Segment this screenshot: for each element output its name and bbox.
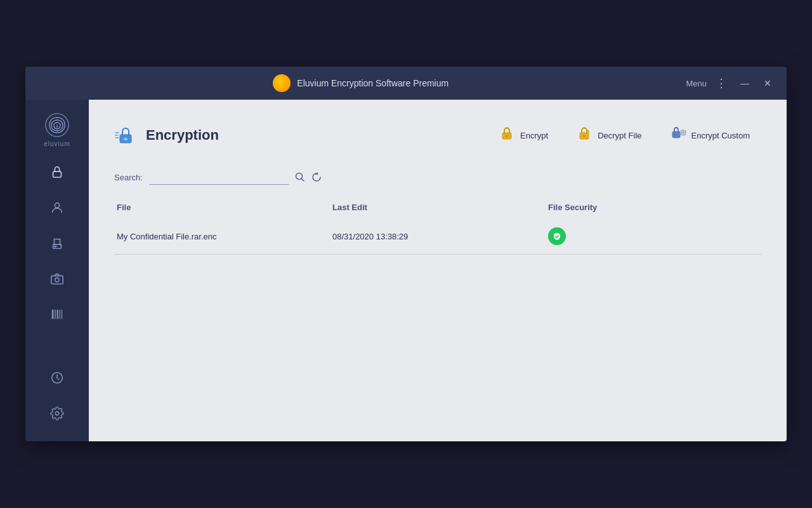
table-header: File Last Edit File Security <box>114 197 761 218</box>
print-icon <box>50 236 64 250</box>
search-label: Search: <box>114 173 143 182</box>
encrypt-custom-label: Encrypt Custom <box>691 131 750 140</box>
sidebar-item-settings[interactable] <box>25 396 89 431</box>
col-file: File <box>114 203 330 212</box>
svg-rect-12 <box>62 310 62 319</box>
decrypt-icon <box>576 125 593 145</box>
cell-file-security <box>546 227 761 245</box>
svg-rect-10 <box>57 310 58 319</box>
history-icon <box>50 371 64 385</box>
shield-check-icon <box>553 232 561 241</box>
svg-rect-16 <box>124 138 128 140</box>
svg-rect-9 <box>55 310 55 319</box>
sidebar-item-barcode[interactable] <box>25 297 89 332</box>
svg-rect-8 <box>52 310 54 319</box>
sidebar-item-history[interactable] <box>25 360 89 396</box>
app-title: Eluvium Encryption Software Premium <box>297 78 449 88</box>
app-window: Eluvium Encryption Software Premium Menu… <box>25 67 787 441</box>
page-header: Encryption Encrypt <box>114 119 761 152</box>
brand-label: eluvium <box>44 140 70 147</box>
svg-point-7 <box>55 278 59 282</box>
decrypt-button[interactable]: Decrypt File <box>565 119 653 152</box>
menu-button[interactable]: Menu <box>686 79 707 88</box>
page-icon <box>114 124 137 147</box>
main-content: Encryption Encrypt <box>89 100 787 441</box>
col-file-security: File Security <box>546 203 761 212</box>
user-icon <box>50 201 64 215</box>
more-options-button[interactable]: ⋮ <box>712 75 731 91</box>
minimize-button[interactable]: — <box>736 74 754 92</box>
svg-point-14 <box>55 411 59 415</box>
encrypt-button[interactable]: Encrypt <box>487 119 560 152</box>
svg-point-2 <box>55 203 59 208</box>
encrypt-custom-button[interactable]: Encrypt Custom <box>658 119 761 152</box>
search-icon-button[interactable] <box>295 172 305 182</box>
close-button[interactable]: ✕ <box>759 74 776 92</box>
svg-rect-4 <box>54 246 56 248</box>
fingerprint-icon <box>43 111 71 139</box>
sidebar: eluvium <box>25 100 89 441</box>
cell-file-name: My Confidential File.rar.enc <box>114 232 330 241</box>
table-row[interactable]: My Confidential File.rar.enc 08/31/2020 … <box>114 218 761 255</box>
lock-icon <box>50 165 64 179</box>
svg-rect-21 <box>506 135 508 137</box>
svg-rect-25 <box>674 134 676 136</box>
sidebar-item-user[interactable] <box>25 190 89 225</box>
title-bar: Eluvium Encryption Software Premium Menu… <box>25 67 787 100</box>
svg-rect-11 <box>60 310 60 319</box>
encrypt-label: Encrypt <box>520 131 548 140</box>
security-badge <box>548 227 566 245</box>
sidebar-item-camera[interactable] <box>25 261 89 297</box>
title-bar-controls: Menu ⋮ — ✕ <box>686 74 776 92</box>
action-buttons: Encrypt Decrypt File <box>487 119 761 152</box>
search-input[interactable] <box>149 170 289 185</box>
page-title-section: Encryption <box>114 124 219 147</box>
sidebar-logo: eluvium <box>38 110 76 148</box>
encrypt-icon <box>499 125 515 145</box>
app-logo-icon <box>273 74 291 92</box>
svg-rect-1 <box>53 171 62 177</box>
sidebar-item-print[interactable] <box>25 225 89 261</box>
file-table: File Last Edit File Security My Confiden… <box>114 197 761 255</box>
app-body: eluvium <box>25 100 787 441</box>
col-last-edit: Last Edit <box>330 203 546 212</box>
svg-line-28 <box>301 179 304 182</box>
settings-icon <box>50 406 64 420</box>
svg-rect-6 <box>51 276 63 284</box>
decrypt-label: Decrypt File <box>598 131 641 140</box>
barcode-icon <box>50 307 64 321</box>
svg-point-5 <box>60 245 62 246</box>
svg-rect-23 <box>583 135 586 137</box>
encryption-page-icon <box>114 124 137 147</box>
refresh-button[interactable] <box>311 172 322 182</box>
encrypt-custom-icon <box>670 125 686 145</box>
title-bar-left: Eluvium Encryption Software Premium <box>36 74 686 92</box>
camera-icon <box>50 272 64 286</box>
page-title: Encryption <box>146 127 219 144</box>
search-section: Search: <box>114 170 761 185</box>
cell-last-edit: 08/31/2020 13:38:29 <box>330 232 546 241</box>
sidebar-item-encryption[interactable] <box>25 154 89 190</box>
